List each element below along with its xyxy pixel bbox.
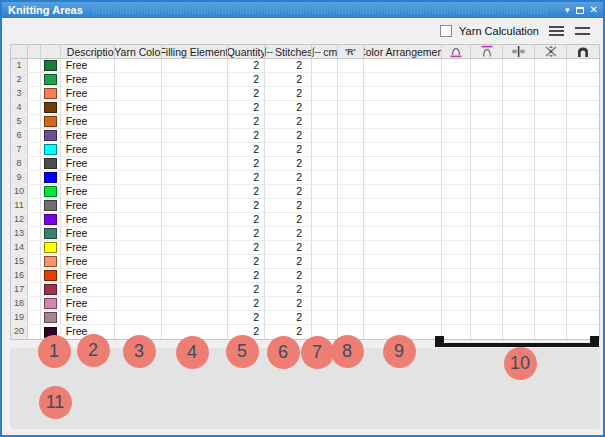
quantity-cell[interactable]: 2 [228,115,265,128]
yarn-color-swatch[interactable] [44,256,57,267]
description-cell[interactable]: Free [61,115,115,128]
yarn-color-swatch-cell[interactable] [41,283,61,296]
loop-underline-cell[interactable] [442,199,472,212]
yarn-color-swatch-cell[interactable] [41,115,61,128]
header-repeat[interactable]: 'R' [338,45,364,58]
yarn-color-cell[interactable] [115,129,163,142]
table-row[interactable]: 19Free22 [11,311,599,325]
filling-element-cell[interactable] [162,311,228,324]
loop-overline-cell[interactable] [471,227,503,240]
stitches-cell[interactable]: 2 [265,255,312,268]
description-cell[interactable]: Free [61,227,115,240]
yarn-color-swatch-cell[interactable] [41,185,61,198]
table-row[interactable]: 9Free22 [11,171,599,185]
carrier-cell[interactable] [567,59,599,72]
header-color-arrangement[interactable]: Color Arrangement [364,45,442,58]
needle-cell[interactable] [503,129,535,142]
yarn-feeder-cell[interactable] [535,59,567,72]
table-row[interactable]: 6Free22 [11,129,599,143]
stitches-cell[interactable]: 2 [265,325,312,339]
filling-element-cell[interactable] [162,115,228,128]
maximize-icon[interactable] [576,7,584,14]
yarn-feeder-cell[interactable] [535,115,567,128]
repeat-cell[interactable] [338,143,364,156]
stitches-cell[interactable]: 2 [265,143,312,156]
loop-underline-cell[interactable] [442,311,472,324]
row-select-cell[interactable] [28,283,41,296]
stitches-cell[interactable]: 2 [265,101,312,114]
stitches-cell[interactable]: 2 [265,157,312,170]
color-arrangement-cell[interactable] [364,199,442,212]
row-select-cell[interactable] [28,59,41,72]
carrier-cell[interactable] [567,171,599,184]
needle-cell[interactable] [503,59,535,72]
repeat-cell[interactable] [338,199,364,212]
quantity-cell[interactable]: 2 [228,73,265,86]
table-row[interactable]: 14Free22 [11,241,599,255]
dock-menu-icon[interactable]: ▾ [565,3,570,17]
header-loop-underline[interactable] [442,45,472,58]
description-cell[interactable]: Free [61,269,115,282]
stitches-cell[interactable]: 2 [265,115,312,128]
yarn-color-swatch[interactable] [44,228,57,239]
quantity-cell[interactable]: 2 [228,283,265,296]
quantity-cell[interactable]: 2 [228,227,265,240]
stitches-cell[interactable]: 2 [265,199,312,212]
description-cell[interactable]: Free [61,325,115,339]
loop-underline-cell[interactable] [442,283,472,296]
carrier-cell[interactable] [567,241,599,254]
yarn-color-swatch[interactable] [44,327,57,338]
quantity-cell[interactable]: 2 [228,185,265,198]
loop-underline-cell[interactable] [442,213,472,226]
loop-overline-cell[interactable] [471,115,503,128]
yarn-color-swatch-cell[interactable] [41,73,61,86]
stitches-cell[interactable]: 2 [265,311,312,324]
row-select-cell[interactable] [28,199,41,212]
cm-cell[interactable] [312,143,338,156]
description-cell[interactable]: Free [61,311,115,324]
table-row[interactable]: 7Free22 [11,143,599,157]
quantity-cell[interactable]: 2 [228,171,265,184]
row-select-cell[interactable] [28,227,41,240]
stitches-cell[interactable]: 2 [265,185,312,198]
repeat-cell[interactable] [338,73,364,86]
filling-element-cell[interactable] [162,213,228,226]
loop-overline-cell[interactable] [471,143,503,156]
yarn-color-swatch-cell[interactable] [41,143,61,156]
row-select-cell[interactable] [28,241,41,254]
yarn-color-swatch[interactable] [44,172,57,183]
quantity-cell[interactable]: 2 [228,101,265,114]
quantity-cell[interactable]: 2 [228,59,265,72]
cm-cell[interactable] [312,213,338,226]
cm-cell[interactable] [312,171,338,184]
yarn-color-swatch[interactable] [44,74,57,85]
carrier-cell[interactable] [567,311,599,324]
carrier-cell[interactable] [567,87,599,100]
yarn-color-cell[interactable] [115,185,163,198]
header-color[interactable] [41,45,61,58]
table-row[interactable]: 13Free22 [11,227,599,241]
yarn-color-swatch-cell[interactable] [41,157,61,170]
table-row[interactable]: 8Free22 [11,157,599,171]
yarn-color-swatch-cell[interactable] [41,325,61,339]
quantity-cell[interactable]: 2 [228,157,265,170]
color-arrangement-cell[interactable] [364,157,442,170]
carrier-cell[interactable] [567,199,599,212]
filling-element-cell[interactable] [162,73,228,86]
yarn-color-swatch-cell[interactable] [41,199,61,212]
filling-element-cell[interactable] [162,269,228,282]
table-row[interactable]: 15Free22 [11,255,599,269]
yarn-color-swatch[interactable] [44,298,57,309]
stitches-cell[interactable]: 2 [265,59,312,72]
carrier-cell[interactable] [567,143,599,156]
description-cell[interactable]: Free [61,297,115,310]
loop-underline-cell[interactable] [442,269,472,282]
yarn-color-swatch[interactable] [44,144,57,155]
yarn-color-cell[interactable] [115,213,163,226]
color-arrangement-cell[interactable] [364,129,442,142]
needle-cell[interactable] [503,297,535,310]
loop-underline-cell[interactable] [442,59,472,72]
loop-overline-cell[interactable] [471,59,503,72]
stitches-cell[interactable]: 2 [265,283,312,296]
stitches-cell[interactable]: 2 [265,269,312,282]
